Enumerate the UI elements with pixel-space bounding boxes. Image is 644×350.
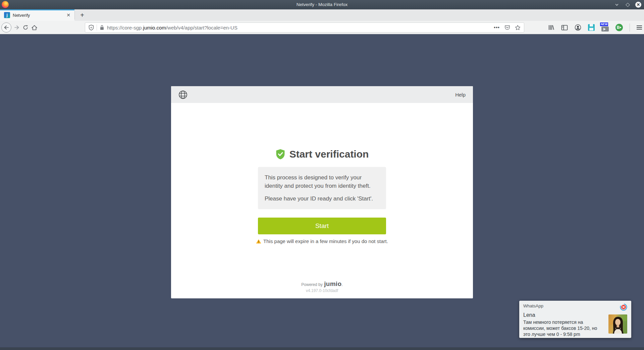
new-tab-button[interactable]: + <box>75 9 90 21</box>
back-button[interactable] <box>1 22 11 33</box>
tab-netverify[interactable]: j Netverify ✕ <box>0 9 74 21</box>
b-extension-icon[interactable]: B <box>615 24 623 31</box>
toolbar-separator <box>630 23 630 32</box>
verification-card: Help Start verification This process is … <box>171 86 473 298</box>
lock-icon[interactable] <box>100 25 104 30</box>
sidebar-icon[interactable] <box>561 25 568 31</box>
close-button[interactable]: ✕ <box>635 2 641 8</box>
toolbar-right-cluster: NEW B <box>548 21 642 34</box>
navigation-toolbar: https://core-sgp.jumio.com/web/v4/app/st… <box>0 21 644 34</box>
tab-label: Netverify <box>13 13 65 18</box>
info-paragraph: Please have your ID ready and click 'Sta… <box>265 194 379 203</box>
pocket-icon[interactable] <box>504 25 510 30</box>
library-icon[interactable] <box>548 24 554 31</box>
tracking-protection-shield-icon[interactable] <box>89 24 94 31</box>
heading-row: Start verification <box>171 149 473 160</box>
maximize-button[interactable] <box>625 2 631 8</box>
notification-message: Там немного потеряется на комиссии, може… <box>523 319 605 337</box>
start-button[interactable]: Start <box>258 218 386 234</box>
jumio-favicon-icon: j <box>4 12 10 18</box>
forward-button[interactable] <box>12 22 21 33</box>
help-link[interactable]: Help <box>455 92 466 98</box>
video-downloader-extension-icon[interactable]: NEW <box>601 23 609 32</box>
whatsapp-notification[interactable]: WhatsApp Lena Там немного потеряется на … <box>519 301 631 338</box>
home-button[interactable] <box>30 22 39 33</box>
warning-triangle-icon <box>256 239 261 244</box>
window-controls: ✕ <box>614 0 641 9</box>
minimize-button[interactable] <box>614 2 620 8</box>
card-footer: Powered by jumio. v4.197.0-10cfdadf <box>171 280 473 293</box>
bookmark-star-icon[interactable] <box>515 25 521 31</box>
window-title: Netverify - Mozilla Firefox <box>0 0 644 9</box>
jumio-logo: jumio <box>324 280 341 287</box>
menu-icon[interactable] <box>637 25 642 30</box>
notification-close-icon[interactable] <box>620 303 627 311</box>
expiry-warning-row: This page will expire in a few minutes i… <box>171 238 473 244</box>
language-globe-icon[interactable] <box>178 90 187 99</box>
notification-app-name: WhatsApp <box>523 303 543 308</box>
bottom-edge-strip <box>0 347 644 350</box>
url-bar[interactable]: https://core-sgp.jumio.com/web/v4/app/st… <box>85 22 524 33</box>
expiry-warning-text: This page will expire in a few minutes i… <box>263 238 388 244</box>
tab-close-icon[interactable]: ✕ <box>65 12 72 18</box>
urlbar-separator <box>97 24 97 31</box>
url-prefix: https://core-sgp. <box>107 25 143 31</box>
url-text: https://core-sgp.jumio.com/web/v4/app/st… <box>107 25 491 31</box>
card-header: Help <box>171 86 473 103</box>
info-box: This process is designed to verify your … <box>258 167 386 209</box>
url-path: /web/v4/app/start?locale=en-US <box>166 25 237 31</box>
tab-bar: j Netverify ✕ + <box>0 9 644 21</box>
window-titlebar: Netverify - Mozilla Firefox ✕ <box>0 0 644 9</box>
account-icon[interactable] <box>575 24 581 31</box>
sender-avatar <box>608 314 627 334</box>
shield-check-icon <box>275 149 285 160</box>
url-domain: jumio.com <box>143 25 166 31</box>
reload-button[interactable] <box>21 22 30 33</box>
version-label: v4.197.0-10cfdadf <box>171 288 473 293</box>
powered-by-label: Powered by <box>301 282 322 287</box>
info-paragraph: This process is designed to verify your … <box>265 173 379 190</box>
save-extension-icon[interactable] <box>588 24 595 31</box>
page-actions-icon[interactable]: ••• <box>494 25 500 30</box>
page-title: Start verification <box>289 149 369 160</box>
new-badge: NEW <box>600 22 608 26</box>
